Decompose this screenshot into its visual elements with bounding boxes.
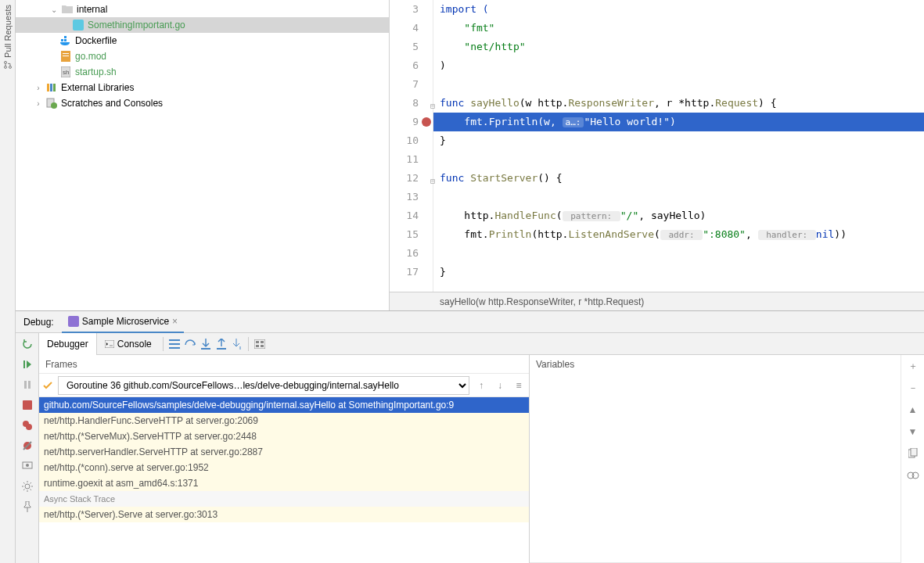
svg-rect-34	[254, 339, 265, 349]
pull-requests-tool-window[interactable]: Pull Requests	[3, 5, 13, 70]
tree-file-startup[interactable]: sh startup.sh	[16, 64, 389, 80]
show-watches-button[interactable]	[905, 468, 921, 483]
tree-scratches[interactable]: › Scratches and Consoles	[16, 95, 389, 111]
stack-frame[interactable]: net/http.HandlerFunc.ServeHTTP at server…	[39, 413, 529, 429]
debug-title: Debug:	[16, 317, 62, 328]
line-number: ⊟8	[390, 94, 433, 113]
code-editor[interactable]: 3 4 5 6 7 ⊟8 9 10 11 ⊟12 13 14 15 16	[390, 0, 924, 310]
svg-rect-31	[169, 347, 180, 349]
thread-dump-button[interactable]	[20, 458, 35, 474]
svg-rect-6	[64, 36, 67, 38]
evaluate-expression-button[interactable]	[252, 336, 268, 352]
rerun-button[interactable]	[20, 336, 35, 352]
debug-config-tab[interactable]: Sample Microservice ×	[62, 311, 184, 333]
tree-label: Scratches and Consoles	[61, 98, 163, 109]
tree-label: Dockerfile	[75, 35, 117, 46]
variables-side-toolbar: ＋ － ▲ ▼	[901, 355, 924, 563]
close-icon[interactable]: ×	[172, 316, 178, 327]
svg-rect-8	[63, 53, 69, 54]
svg-point-1	[4, 66, 6, 68]
code-content[interactable]: import ( "fmt" "net/http" ) func sayHell…	[433, 0, 924, 292]
tree-label: go.mod	[75, 51, 106, 62]
watch-down-button[interactable]: ▼	[905, 424, 921, 439]
svg-rect-35	[256, 341, 259, 343]
stack-frame[interactable]: github.com/SourceFellows/samples/delve-d…	[39, 397, 529, 413]
next-frame-button[interactable]: ↓	[493, 380, 507, 391]
svg-rect-40	[911, 448, 917, 456]
tree-file-go[interactable]: SomethingImportant.go	[16, 17, 389, 33]
check-icon	[42, 380, 53, 391]
folder-icon	[61, 3, 74, 16]
goroutine-select[interactable]: Goroutine 36 github.com/SourceFellows…le…	[58, 376, 469, 395]
tree-label: SomethingImportant.go	[88, 20, 185, 30]
stack-frame[interactable]: runtime.goexit at asm_amd64.s:1371	[39, 475, 529, 491]
svg-rect-32	[201, 348, 210, 350]
svg-text:sh: sh	[63, 69, 69, 76]
breakpoint-icon[interactable]	[422, 117, 431, 127]
svg-point-16	[51, 102, 57, 109]
svg-rect-14	[53, 84, 56, 91]
scratch-icon	[45, 97, 58, 109]
line-number: 16	[390, 244, 433, 263]
svg-rect-4	[61, 39, 63, 41]
inlay-hint: handler:	[758, 230, 816, 240]
svg-rect-37	[256, 345, 259, 347]
line-number: 9	[390, 113, 433, 131]
svg-point-23	[26, 424, 32, 430]
debug-side-toolbar	[16, 333, 39, 563]
tree-file-dockerfile[interactable]: Dockerfile	[16, 33, 389, 48]
goroutine-selector-row: Goroutine 36 github.com/SourceFellows…le…	[39, 374, 529, 397]
mute-breakpoints-button[interactable]	[20, 438, 35, 454]
step-over-button[interactable]	[182, 336, 198, 352]
line-number: 5	[390, 38, 433, 56]
svg-rect-21	[23, 400, 32, 410]
resume-button[interactable]	[20, 357, 35, 372]
frames-settings-icon[interactable]: ≡	[512, 380, 526, 391]
watch-up-button[interactable]: ▲	[905, 402, 921, 418]
svg-rect-20	[28, 381, 31, 389]
tree-external-libraries[interactable]: › External Libraries	[16, 80, 389, 95]
copy-button[interactable]	[905, 446, 921, 461]
settings-button[interactable]	[20, 479, 35, 494]
remove-watch-button[interactable]: －	[905, 380, 921, 396]
stop-button[interactable]	[20, 397, 35, 413]
stack-frame[interactable]: net/http.(*Server).Serve at server.go:30…	[39, 507, 529, 522]
line-number: 3	[390, 0, 433, 19]
stack-frame[interactable]: net/http.(*ServeMux).ServeHTTP at server…	[39, 429, 529, 444]
svg-rect-19	[24, 381, 27, 389]
svg-point-27	[25, 484, 30, 489]
view-breakpoints-button[interactable]	[20, 418, 35, 433]
pin-button[interactable]	[20, 499, 35, 515]
line-number: ⊟12	[390, 169, 433, 188]
debug-toolbar: Debugger Console	[39, 333, 924, 355]
editor-breadcrumb[interactable]: sayHello(w http.ResponseWriter, r *http.…	[390, 292, 924, 310]
prev-frame-button[interactable]: ↑	[474, 380, 488, 391]
editor-gutter[interactable]: 3 4 5 6 7 ⊟8 9 10 11 ⊟12 13 14 15 16	[390, 0, 433, 292]
tool-window-stripe-left: Pull Requests	[0, 0, 16, 563]
tree-label: startup.sh	[75, 66, 117, 77]
svg-rect-3	[73, 20, 84, 30]
show-execution-point-button[interactable]	[167, 336, 182, 352]
line-number: 4	[390, 19, 433, 38]
inlay-hint: a…:	[563, 117, 584, 127]
line-number: 17	[390, 263, 433, 282]
chevron-right-icon: ›	[34, 84, 42, 92]
stack-frame[interactable]: net/http.(*conn).serve at server.go:1952	[39, 460, 529, 475]
project-tree[interactable]: ⌄ internal SomethingImportant.go Dockerf…	[16, 0, 390, 310]
stack-frame[interactable]: net/http.serverHandler.ServeHTTP at serv…	[39, 444, 529, 460]
stack-frames-list[interactable]: github.com/SourceFellows/samples/delve-d…	[39, 397, 529, 563]
line-number: 10	[390, 131, 433, 150]
svg-point-2	[9, 66, 11, 68]
console-tab[interactable]: Console	[97, 333, 160, 355]
frames-header: Frames	[39, 355, 529, 374]
step-out-button[interactable]	[214, 336, 229, 352]
run-to-cursor-button[interactable]	[229, 336, 245, 352]
svg-rect-9	[63, 56, 69, 56]
tree-file-gomod[interactable]: go.mod	[16, 48, 389, 64]
tree-folder-internal[interactable]: ⌄ internal	[16, 2, 389, 17]
step-into-button[interactable]	[198, 336, 214, 352]
svg-rect-38	[261, 345, 264, 347]
pause-button[interactable]	[20, 377, 35, 393]
debugger-tab[interactable]: Debugger	[39, 333, 97, 355]
add-watch-button[interactable]: ＋	[905, 358, 921, 374]
